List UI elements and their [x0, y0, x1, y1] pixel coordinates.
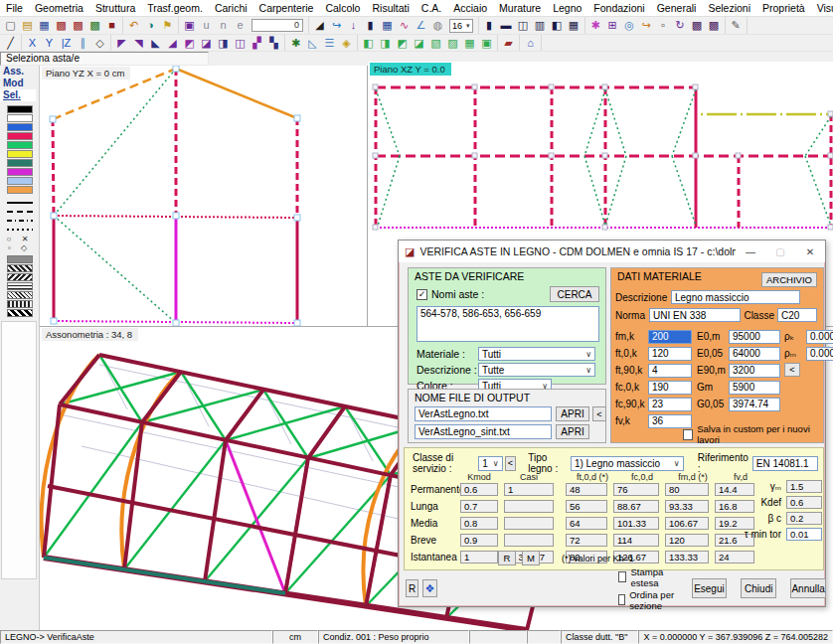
pan-icon[interactable]: ↪ [638, 18, 655, 33]
member-check-icon[interactable]: ▞ [249, 36, 265, 51]
salva-custom-checkbox[interactable]: Salva in custom per i nuovi lavori [683, 423, 823, 445]
mesh-view-icon[interactable]: ▦ [379, 18, 396, 33]
zoom-icon[interactable]: ◎ [621, 18, 638, 33]
box-3d-5-icon[interactable]: ▧ [427, 36, 444, 51]
esegui-button[interactable]: Esegui [692, 578, 728, 598]
tipo-legno-select[interactable]: 1) Legno massiccio∨ [571, 456, 684, 471]
hatch-solid[interactable] [7, 255, 33, 263]
classe-servizio-select[interactable]: 1∨ [478, 456, 502, 471]
ordina-sezione-checkbox[interactable]: Ordina per sezione [618, 589, 678, 611]
mode-button[interactable]: Mod [0, 78, 36, 89]
material-value-field[interactable]: 4 [648, 364, 692, 378]
menu-item[interactable]: Trasf.geom. [141, 1, 209, 15]
line-style-dashdot[interactable] [7, 217, 33, 224]
window-quad-icon[interactable]: ▥ [532, 18, 549, 33]
stampa-estesa-checkbox[interactable]: Stampa estesa [618, 566, 678, 588]
servizio-collapse-button[interactable]: < [505, 456, 517, 471]
factor-field[interactable]: 1.5 [786, 480, 822, 493]
viewport-piano-yz[interactable]: Piano YZ X = 0 cm [40, 66, 368, 326]
report-icon[interactable]: ❖ [422, 579, 437, 597]
result-diagram-icon[interactable]: ∿ [396, 18, 413, 33]
menu-item[interactable]: Proprietà [756, 1, 811, 15]
pencil-icon[interactable]: ✎ [728, 18, 745, 33]
bookmark-icon[interactable]: ⚑ [159, 18, 176, 33]
mode-button[interactable]: Sel. [0, 89, 36, 101]
material-value-field[interactable]: 0.00039 [806, 347, 833, 361]
classe-field[interactable]: C20 [777, 308, 817, 322]
color-swatch[interactable] [7, 123, 33, 131]
menu-item[interactable]: Murature [493, 1, 547, 15]
material-value-field[interactable]: 3200 [729, 364, 780, 378]
color-swatch[interactable] [7, 168, 33, 176]
menu-item[interactable]: Carpenterie [253, 1, 320, 15]
unit-e-icon[interactable]: e [232, 18, 249, 33]
output-file-2[interactable]: VerAstLegno_sint.txt [415, 424, 552, 439]
font-size-select[interactable]: 16▾ [449, 19, 473, 33]
menu-item[interactable]: C.A. [416, 1, 447, 15]
descrizione-select[interactable]: Tutte∨ [478, 363, 595, 377]
materiale-select[interactable]: Tutti∨ [478, 347, 595, 361]
member-divide-icon[interactable]: ◥ [130, 36, 147, 51]
export-icon[interactable]: ▩ [70, 18, 86, 33]
print-icon[interactable]: ■ [103, 18, 120, 33]
member-draw-icon[interactable]: ◤ [113, 36, 130, 51]
axis-x-icon[interactable]: X [24, 36, 41, 51]
axis-z-icon[interactable]: |Z [58, 36, 75, 51]
line-style-dotted[interactable] [7, 226, 33, 233]
axis-y-icon[interactable]: Y [41, 36, 58, 51]
apri-button-1[interactable]: APRI [556, 406, 589, 421]
member-delete-icon[interactable]: ◢ [164, 36, 181, 51]
save-as-icon[interactable]: ▩ [53, 18, 70, 33]
command-prompt[interactable]: Seleziona asta/e [0, 52, 209, 66]
unit-u-icon[interactable]: u [198, 18, 215, 33]
factor-field[interactable]: 0.01 [786, 528, 822, 541]
material-value-field[interactable]: 95000 [729, 330, 780, 344]
footer-r-button[interactable]: R [406, 579, 418, 597]
hatch-horizontal[interactable] [7, 282, 33, 290]
rotate-view-icon[interactable]: ↻ [672, 18, 689, 33]
material-value-field[interactable]: 23 [648, 398, 692, 411]
numeric-field[interactable]: 0 [251, 19, 303, 32]
clipboard-icon[interactable]: ▣ [181, 18, 198, 33]
riferimento-field[interactable]: EN 14081.1 [752, 456, 818, 471]
descrizione-field[interactable]: Legno massiccio [671, 290, 800, 304]
section-view-icon[interactable]: ◺ [304, 36, 321, 51]
archivio-button[interactable]: ARCHIVIO [761, 272, 817, 287]
hatch-diag-right[interactable] [7, 264, 33, 272]
material-collapse-button[interactable]: < [784, 363, 800, 377]
render-sphere-icon[interactable]: ◑ [142, 18, 159, 33]
nomi-aste-checkbox[interactable]: ✓ Nomi aste : [416, 288, 484, 300]
list-icon[interactable]: ☰ [321, 36, 338, 51]
window-split-v-icon[interactable]: ◫ [515, 18, 532, 33]
aste-list-textarea[interactable]: 564-578, 586-653, 656-659 [416, 306, 599, 342]
zoom-window-icon[interactable]: ▫ [655, 18, 672, 33]
factor-field[interactable]: 0.6 [786, 496, 822, 509]
open-file-icon[interactable]: ▤ [19, 18, 36, 33]
menu-item[interactable]: Risultati [366, 1, 415, 15]
line-style-dashed[interactable] [7, 208, 33, 215]
import-icon[interactable]: ▩ [86, 18, 103, 33]
apri-button-2[interactable]: APRI [556, 424, 589, 439]
box-3d-8-icon[interactable]: ▣ [478, 36, 495, 51]
box-3d-3-icon[interactable]: ◩ [394, 36, 411, 51]
texture-a-icon[interactable]: ▩ [689, 18, 706, 33]
texture-b-icon[interactable]: ▩ [706, 18, 723, 33]
color-swatch[interactable] [7, 132, 33, 140]
material-value-field[interactable]: 120 [648, 347, 692, 361]
member-offset-icon[interactable]: ◫ [232, 36, 249, 51]
color-swatch[interactable] [7, 114, 33, 122]
box-3d-2-icon[interactable]: ◨ [377, 36, 394, 51]
member-load-icon[interactable]: ◩ [181, 36, 198, 51]
parallel-lines-icon[interactable]: ∥ [75, 36, 91, 51]
save-file-icon[interactable]: ▦ [36, 18, 53, 33]
member-modify-icon[interactable]: ◣ [147, 36, 164, 51]
draw-line-icon[interactable]: ╱ [2, 36, 19, 51]
cerca-button[interactable]: CERCA [550, 286, 599, 302]
material-value-field[interactable]: 200 [648, 330, 692, 344]
menu-item[interactable]: Carichi [209, 1, 253, 15]
minimize-button[interactable]: — [736, 241, 765, 262]
polygon-icon[interactable]: ◇ [91, 36, 108, 51]
material-value-field[interactable]: 190 [648, 381, 692, 395]
material-value-field[interactable]: 5900 [729, 381, 780, 395]
window-3-icon[interactable]: ◧ [549, 18, 566, 33]
